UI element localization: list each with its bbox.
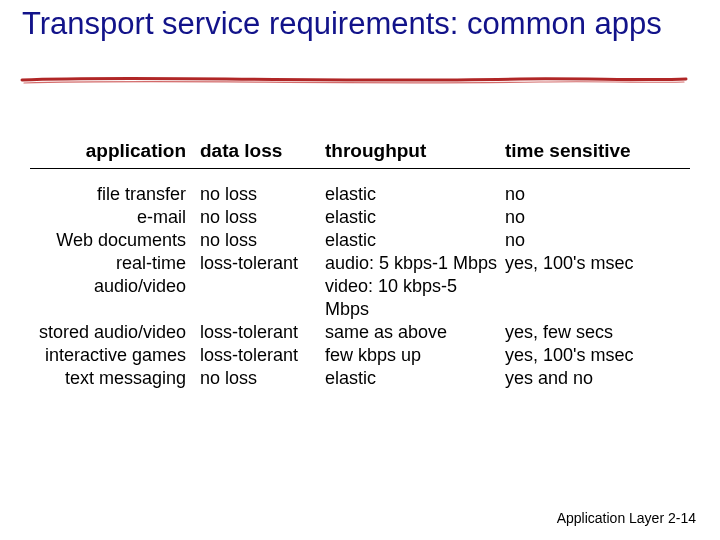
- requirements-table: application data loss throughput time se…: [30, 140, 690, 390]
- col-header-application: application: [30, 140, 200, 162]
- col-header-time-sensitive: time sensitive: [505, 140, 675, 162]
- cell-application: e-mail: [30, 206, 200, 229]
- cell-data-loss: no loss: [200, 183, 325, 206]
- cell-application: Web documents: [30, 229, 200, 252]
- cell-time-sensitive: yes, 100's msec: [505, 344, 675, 367]
- cell-throughput: elastic: [325, 229, 505, 252]
- cell-application: stored audio/video: [30, 321, 200, 344]
- cell-data-loss: loss-tolerant: [200, 344, 325, 367]
- table-row: stored audio/video loss-tolerant same as…: [30, 321, 690, 344]
- cell-throughput: few kbps up: [325, 344, 505, 367]
- cell-time-sensitive: no: [505, 183, 675, 206]
- cell-data-loss: loss-tolerant: [200, 252, 325, 275]
- cell-data-loss: no loss: [200, 229, 325, 252]
- title-underline: [20, 74, 690, 86]
- cell-throughput: elastic: [325, 183, 505, 206]
- table-row: e-mail no loss elastic no: [30, 206, 690, 229]
- cell-throughput: elastic: [325, 206, 505, 229]
- cell-time-sensitive: yes, few secs: [505, 321, 675, 344]
- table-header-row: application data loss throughput time se…: [30, 140, 690, 169]
- cell-time-sensitive: yes, 100's msec: [505, 252, 675, 275]
- table-row: text messaging no loss elastic yes and n…: [30, 367, 690, 390]
- cell-data-loss: no loss: [200, 206, 325, 229]
- cell-time-sensitive: yes and no: [505, 367, 675, 390]
- footer-label: Application Layer: [557, 510, 664, 526]
- cell-throughput: audio: 5 kbps-1 Mbps video: 10 kbps-5 Mb…: [325, 252, 505, 321]
- cell-time-sensitive: no: [505, 229, 675, 252]
- cell-application: real-time audio/video: [30, 252, 200, 298]
- slide-title: Transport service requirements: common a…: [22, 6, 682, 42]
- cell-application: interactive games: [30, 344, 200, 367]
- col-header-data-loss: data loss: [200, 140, 325, 162]
- table-row: interactive games loss-tolerant few kbps…: [30, 344, 690, 367]
- col-header-throughput: throughput: [325, 140, 505, 162]
- table-row: Web documents no loss elastic no: [30, 229, 690, 252]
- table-row: real-time audio/video loss-tolerant audi…: [30, 252, 690, 321]
- cell-application: text messaging: [30, 367, 200, 390]
- cell-data-loss: no loss: [200, 367, 325, 390]
- table-row: file transfer no loss elastic no: [30, 183, 690, 206]
- cell-data-loss: loss-tolerant: [200, 321, 325, 344]
- slide-footer: Application Layer 2-14: [557, 510, 696, 526]
- cell-application: file transfer: [30, 183, 200, 206]
- cell-throughput: elastic: [325, 367, 505, 390]
- cell-time-sensitive: no: [505, 206, 675, 229]
- cell-throughput: same as above: [325, 321, 505, 344]
- footer-page: 2-14: [668, 510, 696, 526]
